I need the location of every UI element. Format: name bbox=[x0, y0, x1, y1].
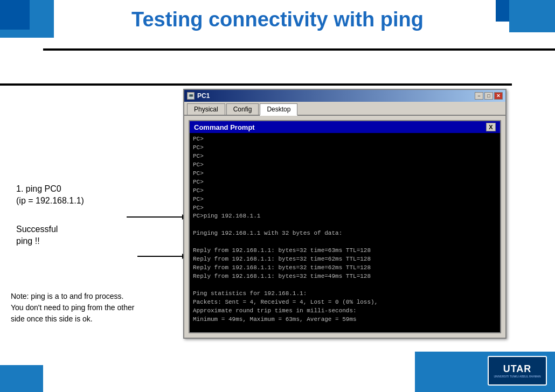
page-title: Testing connectivity with ping bbox=[43, 8, 512, 31]
pc-titlebar-buttons: − □ ✕ bbox=[475, 92, 503, 100]
tab-config[interactable]: Config bbox=[226, 103, 259, 115]
minimize-button[interactable]: − bbox=[475, 92, 483, 100]
corner-decoration-bl bbox=[0, 365, 43, 392]
utar-name: UTAR bbox=[494, 363, 540, 375]
header-line-top bbox=[43, 48, 555, 51]
pc-content: Command Prompt X PC>PC>PC>PC>PC>PC>PC>PC… bbox=[184, 116, 505, 338]
close-button[interactable]: ✕ bbox=[494, 92, 503, 100]
restore-button[interactable]: □ bbox=[484, 92, 493, 100]
utar-logo: UTAR UNIVERSITI TUNKU ABDUL RAHMAN bbox=[488, 356, 547, 386]
corner-decoration-br: UTAR UNIVERSITI TUNKU ABDUL RAHMAN bbox=[415, 352, 555, 392]
utar-subtitle: UNIVERSITI TUNKU ABDUL RAHMAN bbox=[494, 375, 540, 378]
pc-tabs: Physical Config Desktop bbox=[184, 102, 505, 116]
annotation-area: 1. ping PC0 (ip = 192.168.1.1) Successfu… bbox=[16, 183, 129, 248]
annotation-success: Successful ping !! bbox=[16, 223, 129, 248]
annotation-ping: 1. ping PC0 (ip = 192.168.1.1) bbox=[16, 183, 129, 207]
cmd-close-button[interactable]: X bbox=[486, 123, 496, 131]
cmd-window: Command Prompt X PC>PC>PC>PC>PC>PC>PC>PC… bbox=[189, 120, 501, 333]
arrow-success bbox=[137, 256, 186, 257]
tab-physical[interactable]: Physical bbox=[187, 103, 225, 115]
arrow-ping bbox=[127, 216, 186, 218]
annotation-note: Note: ping is a to and fro process. You … bbox=[11, 291, 135, 325]
cmd-titlebar: Command Prompt X bbox=[190, 121, 500, 133]
cmd-titlebar-title: Command Prompt bbox=[194, 123, 486, 131]
pc-titlebar-icon: 💻 bbox=[187, 92, 195, 100]
pc-titlebar: 💻 PC1 − □ ✕ bbox=[184, 90, 505, 102]
pc-titlebar-title: PC1 bbox=[197, 92, 475, 100]
tab-desktop[interactable]: Desktop bbox=[260, 103, 297, 116]
cmd-body[interactable]: PC>PC>PC>PC>PC>PC>PC>PC>PC>PC>ping 192.1… bbox=[190, 133, 500, 332]
header-line-bottom bbox=[0, 83, 512, 86]
pc-window: 💻 PC1 − □ ✕ Physical Config Desktop Comm… bbox=[183, 89, 507, 339]
